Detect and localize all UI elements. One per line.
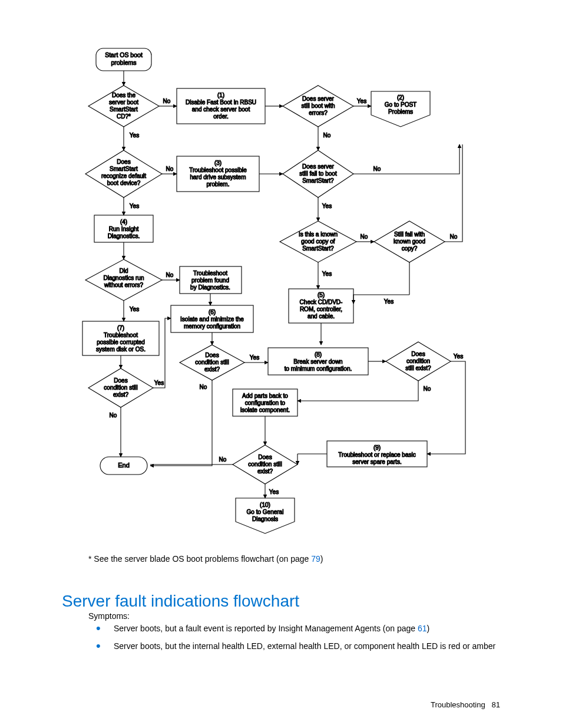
svg-text:(2): (2) — [397, 94, 404, 101]
svg-text:SmartStart: SmartStart — [110, 106, 138, 113]
footnote: * See the server blade OS boot problems … — [88, 554, 323, 564]
svg-text:CD?*: CD?* — [117, 113, 131, 120]
svg-text:Yes: Yes — [130, 203, 139, 209]
svg-text:Does server: Does server — [302, 163, 335, 170]
svg-text:exist?: exist? — [204, 366, 220, 373]
svg-text:(6): (6) — [209, 309, 216, 315]
svg-text:copy?: copy? — [402, 245, 418, 252]
svg-text:still fail to boot: still fail to boot — [299, 170, 337, 177]
svg-text:exist?: exist? — [113, 391, 129, 398]
svg-text:Go to General: Go to General — [247, 509, 284, 515]
svg-text:Isolate and minimize the: Isolate and minimize the — [180, 316, 244, 322]
svg-text:Still fail with: Still fail with — [394, 231, 425, 238]
svg-text:Diagnostics run: Diagnostics run — [104, 275, 144, 281]
svg-text:isolate component.: isolate component. — [240, 407, 290, 413]
svg-text:Yes: Yes — [384, 298, 394, 305]
svg-text:Yes: Yes — [250, 354, 259, 361]
node-start-l2: problems — [111, 59, 136, 66]
svg-text:condition: condition — [406, 358, 430, 364]
svg-text:problem found: problem found — [191, 277, 229, 284]
svg-text:No: No — [373, 166, 381, 172]
svg-text:Does the: Does the — [112, 92, 135, 98]
svg-text:Troubleshoot possible: Troubleshoot possible — [189, 167, 247, 173]
svg-text:server spare parts.: server spare parts. — [352, 459, 401, 465]
symptom-text: Server boots, but the internal health LE… — [114, 641, 495, 651]
svg-text:Yes: Yes — [130, 132, 139, 139]
svg-text:still boot with: still boot with — [301, 103, 335, 109]
svg-text:Troubleshoot: Troubleshoot — [104, 332, 138, 338]
svg-text:Did: Did — [119, 268, 128, 274]
footnote-text-after: ) — [320, 554, 323, 564]
symptoms-list: Server boots, but a fault event is repor… — [88, 624, 495, 659]
svg-text:Does: Does — [258, 454, 272, 460]
svg-text:(7): (7) — [117, 325, 124, 331]
svg-text:recognize default: recognize default — [101, 173, 146, 179]
svg-text:SmartStart?: SmartStart? — [302, 177, 334, 184]
svg-text:condition still: condition still — [248, 461, 282, 467]
svg-text:End: End — [118, 462, 130, 469]
svg-text:Yes: Yes — [154, 380, 164, 386]
list-item: Server boots, but the internal health LE… — [109, 641, 495, 651]
svg-text:Run Insight: Run Insight — [109, 226, 139, 232]
svg-text:hard drive subsystem: hard drive subsystem — [190, 174, 246, 180]
flowchart-diagram: Start OS boot problems Does the server b… — [0, 0, 562, 551]
svg-text:possible corrupted: possible corrupted — [97, 339, 145, 345]
svg-text:Disable Fast Boot in RBSU: Disable Fast Boot in RBSU — [186, 99, 256, 106]
svg-text:known good: known good — [394, 238, 425, 245]
svg-text:Problems: Problems — [388, 108, 413, 115]
svg-text:order.: order. — [213, 113, 229, 120]
svg-text:by Diagnostics.: by Diagnostics. — [190, 284, 230, 291]
svg-text:boot device?: boot device? — [107, 180, 141, 186]
svg-text:exist?: exist? — [257, 468, 273, 475]
page-footer: Troubleshooting 81 — [431, 700, 500, 709]
footnote-text-before: * See the server blade OS boot problems … — [88, 554, 311, 564]
svg-text:and cable.: and cable. — [308, 313, 335, 319]
symptom-text-after: ) — [427, 624, 430, 633]
svg-text:Break server down: Break server down — [293, 358, 342, 365]
svg-text:Does: Does — [205, 352, 219, 358]
svg-text:No: No — [163, 98, 171, 104]
svg-text:No: No — [219, 456, 227, 463]
svg-text:(10): (10) — [260, 502, 270, 508]
svg-text:Troubleshoot: Troubleshoot — [193, 270, 227, 276]
svg-text:Troubleshoot or replace basic: Troubleshoot or replace basic — [338, 452, 415, 458]
svg-text:No: No — [166, 166, 174, 172]
symptom-text-before: Server boots, but a fault event is repor… — [114, 624, 418, 633]
svg-text:to minimum configuration.: to minimum configuration. — [285, 365, 352, 372]
svg-text:No: No — [166, 272, 174, 278]
svg-text:Check CD/DVD-: Check CD/DVD- — [300, 299, 343, 305]
svg-text:Yes: Yes — [454, 353, 463, 360]
svg-text:server boot: server boot — [109, 99, 138, 106]
svg-text:SmartStart?: SmartStart? — [302, 245, 334, 252]
svg-text:SmartStart: SmartStart — [110, 166, 138, 172]
svg-text:condition still: condition still — [104, 384, 137, 391]
svg-text:Yes: Yes — [357, 98, 366, 104]
svg-text:No: No — [424, 386, 431, 392]
svg-text:No: No — [110, 412, 117, 419]
svg-text:Yes: Yes — [130, 306, 139, 312]
svg-text:(5): (5) — [318, 292, 325, 298]
svg-text:memory configuration: memory configuration — [184, 323, 240, 330]
svg-text:without errors?: without errors? — [104, 282, 144, 288]
svg-text:Go to POST: Go to POST — [385, 101, 416, 108]
svg-text:(3): (3) — [214, 160, 222, 166]
svg-text:(8): (8) — [315, 351, 322, 358]
symptom-link[interactable]: 61 — [418, 624, 427, 633]
svg-text:Does: Does — [117, 159, 130, 165]
footer-page-number: 81 — [492, 700, 500, 709]
svg-text:(4): (4) — [120, 219, 127, 225]
svg-text:and check server boot: and check server boot — [192, 106, 250, 113]
list-item: Server boots, but a fault event is repor… — [109, 624, 495, 633]
svg-text:No: No — [200, 384, 207, 390]
svg-text:still exist?: still exist? — [405, 365, 431, 371]
svg-text:system disk or OS.: system disk or OS. — [96, 346, 146, 353]
svg-text:(1): (1) — [217, 92, 224, 98]
node-start-l1: Start OS boot — [105, 51, 143, 58]
svg-text:Is this a known: Is this a known — [299, 231, 338, 238]
svg-text:No: No — [450, 233, 458, 240]
svg-text:problem.: problem. — [207, 181, 230, 187]
svg-text:condition still: condition still — [195, 359, 229, 365]
symptoms-label: Symptoms: — [88, 611, 130, 621]
svg-text:Yes: Yes — [269, 489, 279, 495]
footnote-link[interactable]: 79 — [311, 554, 320, 564]
